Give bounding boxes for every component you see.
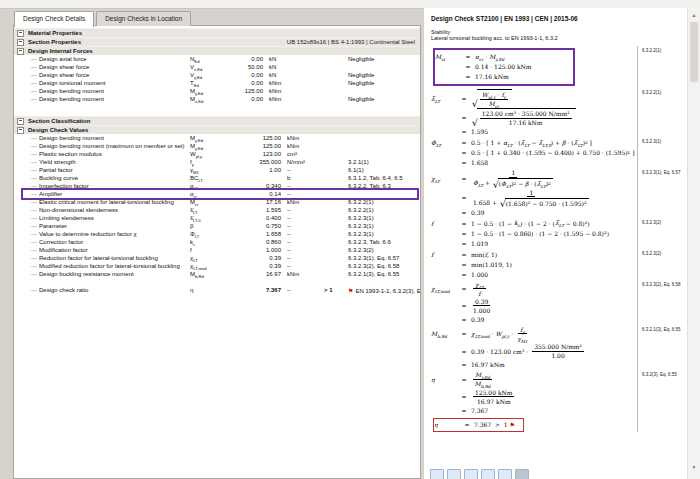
formula-symbol: ΦLT [431, 139, 457, 146]
table-row[interactable]: Design shear forceVy,Ed0.00kNNegligible [14, 71, 420, 79]
formula-final: η=7.367 > 1 ⚑ [424, 416, 688, 432]
symbol-text: kc [190, 239, 195, 245]
table-row[interactable]: Plastic section modulusWpl,y123.00cm³ [14, 150, 420, 158]
table-row[interactable]: Design bending momentMy,Ed125.00kNm [14, 134, 420, 142]
formula-symbol: Mb,Rd [431, 330, 457, 337]
row-desc: Design bending moment [14, 88, 190, 94]
scrollbar[interactable]: ▲ ▼ [687, 8, 700, 479]
group-row[interactable]: Material Properties [14, 28, 420, 37]
code-reference: 6.3.2.2(1) [637, 88, 688, 137]
row-unit: b [284, 175, 322, 181]
symbol-text: γM1 [190, 167, 199, 173]
toolbar-button-4[interactable] [481, 469, 495, 479]
error-flag-icon: ⚑ [510, 421, 515, 428]
symbol-text: ΦLT [190, 231, 199, 237]
table-row[interactable]: Elastic critical moment for lateral-tors… [14, 198, 420, 206]
equals-sign: = [457, 376, 471, 383]
tab-design-checks-in-location[interactable]: Design Checks in Location [96, 11, 191, 26]
table-row[interactable]: Reduction factor for lateral-torsional b… [14, 254, 420, 262]
table-row[interactable]: Design bending momentMy,Ed125.00kNm [14, 87, 420, 95]
formula-main: η=7.367 > 1 ⚑ [424, 416, 637, 432]
table-row[interactable]: Design torsional momentTEd0.00kNmNegligi… [14, 79, 420, 87]
table-row[interactable]: Correction factorkc0.860--6.3.2.3, Tab. … [14, 238, 420, 246]
collapse-icon[interactable] [17, 127, 24, 134]
collapse-icon[interactable] [17, 30, 24, 37]
row-note: 6.3.2.3, Tab. 6.6 [346, 239, 420, 245]
row-value: 355.000 [238, 159, 284, 165]
table-row[interactable]: Design shear forceVz,Ed50.00kN [14, 63, 420, 71]
formula-line: =16.97 kNm [431, 360, 637, 369]
row-symbol: kc [190, 239, 238, 245]
table-row[interactable]: Non-dimensional slendernessλ̄LT1.595--6.… [14, 206, 420, 214]
formula-expression: 125.00 kNm16.97 kNm [471, 389, 516, 405]
table-row[interactable]: Amplifierαcr0.14-- [14, 190, 420, 198]
row-note: ⚑EN 1993-1-1, 6.3.2(3), Eq. 6... [346, 287, 420, 294]
symbol-text: Mz,Ed [190, 96, 203, 102]
row-symbol: χLT [190, 255, 238, 261]
scroll-down-button[interactable]: ▼ [689, 461, 699, 472]
formula-main: χLT,mod=χLTf=0.391.000=0.39 [424, 280, 637, 325]
formula-area: Mcr=αcr · My,Ed=0.14 · 125.00 kNm=17.16 … [424, 46, 688, 432]
error-flag-icon: ⚑ [348, 288, 353, 294]
table-row[interactable]: Design check ratioη7.367--> 1⚑EN 1993-1-… [14, 286, 420, 294]
row-note: 6.3.2.3(1) [346, 215, 420, 221]
row-desc: Imperfection factor [14, 183, 190, 189]
equals-sign: = [457, 271, 471, 278]
collapse-icon[interactable] [17, 118, 24, 125]
design-check-report: Design Check ST2100 | EN 1993 | CEN | 20… [424, 8, 688, 479]
row-unit: N/mm² [284, 159, 322, 165]
row-note: 3.2.1(1) [346, 159, 420, 165]
formula-expression: 1ΦLT + √(ΦLT)2 − β · (λ̄LT)2 [471, 169, 556, 187]
toolbar-button-3[interactable] [464, 469, 478, 479]
equals-sign: = [457, 209, 471, 216]
toolbar-button-1[interactable] [430, 469, 444, 479]
table-row[interactable]: Design axial forceNEd0.00kNNegligible [14, 55, 420, 63]
table-row[interactable]: Modified reduction factor for lateral-to… [14, 262, 420, 270]
group-row[interactable]: Section Classification [14, 116, 420, 125]
equals-sign: = [457, 220, 471, 227]
table-row[interactable]: Buckling curveBCLTb6.3.1.2, Tab. 6.4, 6.… [14, 174, 420, 182]
equals-sign: = [457, 139, 471, 146]
toolbar-button-2[interactable] [447, 469, 461, 479]
table-row[interactable]: Design buckling resistance momentMb,Rd16… [14, 270, 420, 278]
table-row[interactable]: Modification factorf1.000--6.3.2.3(2) [14, 246, 420, 254]
formula-symbol: η [431, 376, 457, 383]
table-row[interactable]: Yield strengthfy355.000N/mm²3.2.1(1) [14, 158, 420, 166]
row-desc: Modified reduction factor for lateral-to… [14, 263, 190, 269]
table-row[interactable]: Parameterβ0.750--6.3.2.3(1) [14, 222, 420, 230]
collapse-icon[interactable] [17, 39, 24, 46]
formula-symbol: f [431, 220, 457, 227]
tab-design-check-details[interactable]: Design Check Details [14, 11, 94, 27]
collapse-icon[interactable] [17, 48, 24, 55]
toolbar-button-5[interactable] [498, 469, 512, 479]
table-row[interactable]: Partial factorγM11.00--6.1(1) [14, 166, 420, 174]
row-value: 1.658 [238, 231, 284, 237]
scroll-up-button[interactable]: ▲ [689, 9, 699, 20]
table-row[interactable]: Imperfection factorαLT0.340--6.3.2.2, Ta… [14, 182, 420, 190]
group-row[interactable]: Design Check Values [14, 125, 420, 134]
group-row[interactable]: Section PropertiesUB 152x89x16 | BS 4-1:… [14, 37, 420, 46]
formula-line: η=7.367 > 1 ⚑ [434, 420, 517, 429]
group-row[interactable]: Design Internal Forces [14, 46, 420, 55]
table-row[interactable]: Design bending momentMz,Ed0.00kNmNegligi… [14, 95, 420, 103]
symbol-text: TEd [190, 80, 199, 86]
symbol-text: λ̄LT [190, 207, 198, 213]
row-value: 0.00 [238, 96, 266, 102]
formula-expression: 1.595 [471, 128, 488, 135]
formula-block: Mcr=αcr · My,Ed=0.14 · 125.00 kNm=17.16 … [424, 46, 688, 88]
table-row[interactable]: Limiting slendernessλ̄LT,00.400--6.3.2.3… [14, 214, 420, 222]
row-desc: Buckling curve [14, 175, 190, 181]
table-row[interactable]: Design bending moment (maximum on member… [14, 142, 420, 150]
formula-line: =0.39 [431, 315, 637, 324]
formula-expression: 1 − 0.5 · (1 − 0.860) · (1 − 2 · (1.595 … [471, 230, 609, 237]
row-symbol: My,Ed [190, 88, 238, 94]
formula-expression: 0.39 · 123.00 cm³ · 355.000 N/mm²1.00 [471, 343, 586, 359]
symbol-text: η [190, 287, 193, 293]
formula-line: ΦLT=0.5 · [ 1 + αLT · (λ̄LT − λ̄LT,0) + … [431, 138, 637, 147]
row-symbol: Mb,Rd [190, 271, 238, 277]
equals-sign: = [457, 159, 471, 166]
row-desc: Design buckling resistance moment [14, 271, 190, 277]
scrollbar-thumb[interactable] [690, 22, 698, 82]
table-row[interactable]: Value to determine reduction factor χΦLT… [14, 230, 420, 238]
toolbar-button-6[interactable] [515, 469, 529, 479]
